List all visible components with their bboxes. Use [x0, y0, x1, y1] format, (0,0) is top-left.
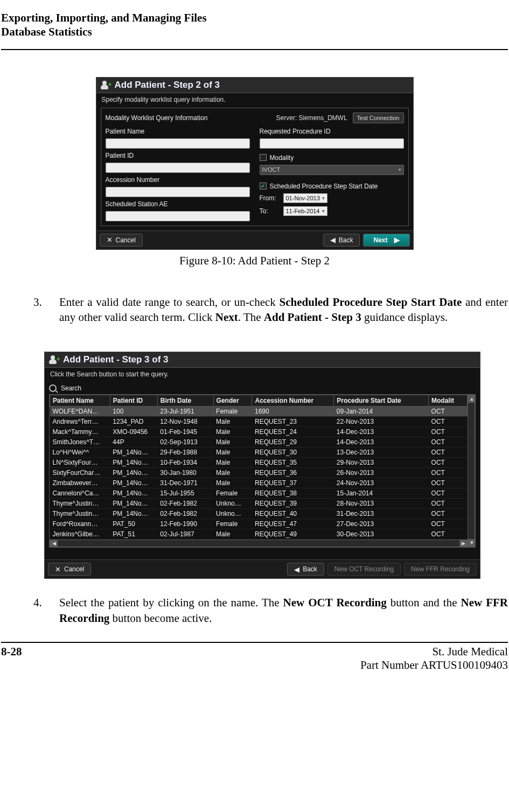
page-heading-1: Exporting, Importing, and Managing Files	[1, 11, 508, 25]
arrow-right-icon: ▶	[394, 236, 400, 243]
cell: 29-Feb-1988	[157, 447, 213, 458]
t: Add Patient - Step 3	[264, 311, 361, 324]
cell: OCT	[429, 499, 468, 509]
input-accession[interactable]	[106, 187, 250, 197]
dialog-title-2: Add Patient - Step 3 of 3	[63, 354, 169, 365]
arrow-left-icon: ◀	[294, 566, 299, 573]
form-section-label: Modality Worklist Query Information	[106, 114, 208, 122]
cell: 27-Dec-2013	[334, 519, 429, 529]
column-header[interactable]: Patient Name	[50, 395, 110, 407]
cancel-button[interactable]: ✕Cancel	[100, 234, 143, 247]
new-ffr-recording-button[interactable]: New FFR Recording	[404, 563, 477, 576]
cell: 09-Jan-2014	[334, 407, 429, 417]
cell: 02-Jul-1987	[157, 529, 213, 540]
cancel-button-label-2: Cancel	[64, 565, 84, 573]
column-header[interactable]: Accession Number	[252, 395, 334, 407]
table-row[interactable]: Jenkins^Gilbe…PAT_5102-Jul-1987MaleREQUE…	[50, 529, 468, 540]
t: . The	[238, 311, 264, 324]
cancel-button-label: Cancel	[116, 236, 136, 244]
cell: 12-Nov-1948	[157, 417, 213, 427]
table-row[interactable]: Canneloni^Ca…PM_14No…15-Jul-1955FemaleRE…	[50, 488, 468, 499]
server-label: Server: Siemens_DMWL	[276, 114, 347, 122]
dialog-subtitle: Specify modality worklist query informat…	[96, 93, 413, 108]
cell: Unkno…	[213, 509, 252, 519]
header-rule	[1, 49, 508, 50]
column-header[interactable]: Patient ID	[110, 395, 157, 407]
scrollbar-vertical[interactable]: ▲ ▼	[468, 395, 475, 547]
chevron-down-icon: ▾	[322, 208, 325, 214]
scrollbar-horizontal[interactable]: ◀ ▶	[50, 540, 468, 547]
table-row[interactable]: SixtyFourChar…PM_14No…30-Jan-1980MaleREQ…	[50, 468, 468, 478]
cell: 22-Nov-2013	[334, 417, 429, 427]
table-row[interactable]: Lo^Hi^Wei^^PM_14No…29-Feb-1988MaleREQUES…	[50, 447, 468, 458]
input-patient-id[interactable]	[106, 163, 250, 173]
cell: Lo^Hi^Wei^^	[50, 447, 110, 458]
cell: Unkno…	[213, 499, 252, 509]
footer-rule	[1, 642, 508, 643]
select-modality[interactable]: IVOCT ▾	[260, 165, 404, 175]
cell: REQUEST_29	[252, 437, 334, 447]
column-header[interactable]: Gender	[213, 395, 252, 407]
table-row[interactable]: Andrews^Terr…1234_PAD12-Nov-1948MaleREQU…	[50, 417, 468, 427]
scroll-down-icon[interactable]: ▼	[468, 539, 476, 547]
column-header[interactable]: Procedure Start Date	[334, 395, 429, 407]
cancel-button-2[interactable]: ✕Cancel	[48, 563, 91, 576]
scroll-up-icon[interactable]: ▲	[468, 395, 476, 403]
dialog-title: Add Patient - Step 2 of 3	[115, 80, 220, 90]
cell: Female	[213, 488, 252, 499]
date-from-value: 01-Nov-2013	[286, 195, 320, 201]
input-patient-name[interactable]	[106, 138, 250, 149]
date-from[interactable]: 01-Nov-2013▾	[283, 193, 328, 203]
cell: Male	[213, 478, 252, 488]
cell: OCT	[429, 417, 468, 427]
label-accession: Accession Number	[106, 176, 250, 184]
table-row[interactable]: Thyme^Justin…PM_14No…02-Feb-1982Unkno…RE…	[50, 499, 468, 509]
cell: 28-Nov-2013	[334, 499, 429, 509]
label-station-ae: Scheduled Station AE	[106, 200, 250, 208]
t: Next	[215, 311, 238, 324]
cell: REQUEST_36	[252, 468, 334, 478]
cell: OCT	[429, 478, 468, 488]
table-row[interactable]: Zimbabwever…PM_14No…31-Dec-1971MaleREQUE…	[50, 478, 468, 488]
cell: 24-Nov-2013	[334, 478, 429, 488]
table-row[interactable]: Mack^Tammy…XMO-0945601-Feb-1945MaleREQUE…	[50, 427, 468, 437]
date-to-value: 11-Feb-2014	[286, 208, 320, 214]
input-req-procedure[interactable]	[260, 138, 404, 149]
cell: 15-Jan-2014	[334, 488, 429, 499]
scroll-left-icon[interactable]: ◀	[50, 540, 58, 547]
t: Scheduled Procedure Step Start Date	[280, 296, 462, 309]
input-station-ae[interactable]	[106, 211, 250, 221]
cell: 02-Feb-1982	[157, 509, 213, 519]
cell: XMO-09456	[110, 427, 157, 437]
table-row[interactable]: SmithJones^T…44P02-Sep-1913MaleREQUEST_2…	[50, 437, 468, 447]
cell: 100	[110, 407, 157, 417]
test-connection-button[interactable]: Test Connection	[353, 113, 404, 123]
next-button[interactable]: Next▶	[363, 234, 409, 247]
cell: PM_14No…	[110, 468, 157, 478]
column-header[interactable]: Birth Date	[157, 395, 213, 407]
table-row[interactable]: Thyme^Justin…PM_14No…02-Feb-1982Unkno…RE…	[50, 509, 468, 519]
cell: OCT	[429, 509, 468, 519]
cell: REQUEST_23	[252, 417, 334, 427]
cell: Canneloni^Ca…	[50, 488, 110, 499]
chevron-down-icon: ▾	[322, 195, 325, 201]
search-button[interactable]: Search	[61, 384, 81, 392]
select-modality-value: IVOCT	[262, 166, 281, 173]
page-heading-2: Database Statistics	[1, 25, 508, 39]
table-row[interactable]: WOLFE^DAN…10023-Jul-1951Female169009-Jan…	[50, 407, 468, 417]
new-oct-recording-button[interactable]: New OCT Recording	[327, 563, 401, 576]
scroll-right-icon[interactable]: ▶	[459, 540, 467, 547]
add-patient-icon: +	[49, 354, 60, 365]
close-icon: ✕	[55, 566, 61, 573]
table-row[interactable]: LN^SixtyFour…PM_14No…10-Feb-1934MaleREQU…	[50, 458, 468, 468]
back-button[interactable]: ◀Back	[323, 234, 360, 247]
checkbox-scheduled-date[interactable]	[260, 183, 267, 190]
table-row[interactable]: Ford^Roxann…PAT_5012-Feb-1990FemaleREQUE…	[50, 519, 468, 529]
cell: PM_14No…	[110, 478, 157, 488]
column-header[interactable]: Modalit	[429, 395, 468, 407]
checkbox-modality[interactable]	[260, 154, 267, 161]
cell: SixtyFourChar…	[50, 468, 110, 478]
back-button-2[interactable]: ◀Back	[287, 563, 324, 576]
date-to[interactable]: 11-Feb-2014▾	[283, 206, 327, 216]
cell: REQUEST_38	[252, 488, 334, 499]
